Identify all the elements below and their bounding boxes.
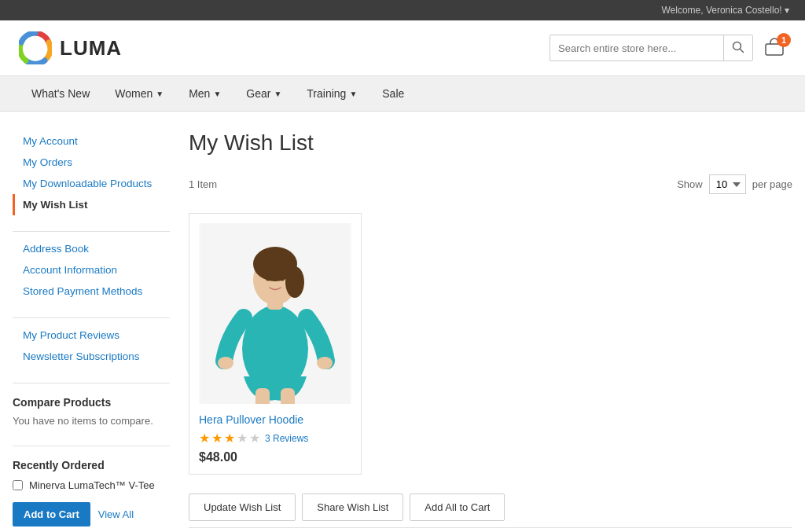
share-wish-list-button[interactable]: Share Wish List	[302, 493, 403, 521]
star-4: ★	[237, 431, 248, 446]
search-icon	[732, 41, 744, 53]
sidebar-item-product-reviews[interactable]: My Product Reviews	[13, 325, 170, 346]
search-input[interactable]	[550, 42, 723, 54]
chevron-down-icon: ▼	[349, 90, 357, 98]
sidebar-address-section: Address Book Account Information Stored …	[13, 238, 170, 302]
nav-item-training[interactable]: Training ▼	[294, 76, 369, 111]
svg-point-9	[285, 266, 304, 298]
toolbar-top: 1 Item Show 10 20 50 per page	[189, 168, 792, 200]
svg-line-2	[741, 49, 744, 52]
cart-icon-area[interactable]: 1	[763, 36, 786, 60]
recently-ordered-actions: Add to Cart View All	[13, 502, 170, 526]
nav-item-gear[interactable]: Gear ▼	[233, 76, 294, 111]
welcome-text[interactable]: Welcome, Veronica Costello!	[661, 5, 781, 16]
stars: ★ ★ ★ ★ ★	[199, 431, 260, 446]
nav-item-sale[interactable]: Sale	[369, 76, 417, 111]
product-image-area	[199, 223, 351, 404]
header-right: 1	[550, 35, 786, 61]
svg-point-14	[266, 276, 270, 281]
per-page-label-top: per page	[752, 178, 792, 190]
sidebar-item-my-wish-list[interactable]: My Wish List	[13, 194, 170, 215]
sidebar-item-my-account[interactable]: My Account	[13, 130, 170, 152]
product-name[interactable]: Hera Pullover Hoodie	[199, 413, 351, 426]
chevron-down-icon: ▼	[213, 90, 221, 98]
per-page-area-top: Show 10 20 50 per page	[677, 174, 792, 194]
product-image	[200, 223, 350, 404]
add-to-cart-button[interactable]: Add to Cart	[13, 502, 90, 526]
star-5: ★	[249, 431, 260, 446]
show-label-top: Show	[677, 178, 703, 190]
top-bar-dropdown-arrow[interactable]: ▾	[785, 5, 789, 16]
svg-point-11	[317, 357, 333, 369]
recently-ordered-checkbox[interactable]	[13, 480, 23, 490]
logo-area[interactable]: LUMA	[19, 31, 122, 64]
top-bar: Welcome, Veronica Costello! ▾	[0, 0, 805, 20]
recently-ordered-item: Minerva LumaTech™ V-Tee	[13, 475, 170, 496]
product-grid: Hera Pullover Hoodie ★ ★ ★ ★ ★ 3 Reviews…	[189, 213, 792, 475]
items-count-top: 1 Item	[189, 178, 217, 190]
toolbar-bottom: 1 Item Show 10 20 50 per page	[189, 527, 792, 532]
compare-products-title: Compare Products	[13, 390, 170, 412]
header: LUMA 1	[0, 20, 805, 76]
sidebar-item-stored-payment[interactable]: Stored Payment Methods	[13, 281, 170, 302]
star-1: ★	[199, 431, 210, 446]
nav-item-men[interactable]: Men ▼	[176, 76, 233, 111]
update-wish-list-button[interactable]: Update Wish List	[189, 493, 296, 521]
svg-point-15	[280, 276, 285, 281]
svg-point-10	[218, 357, 233, 369]
sidebar-item-my-orders[interactable]: My Orders	[13, 152, 170, 173]
search-button[interactable]	[723, 35, 752, 61]
sidebar-account-section: My Account My Orders My Downloadable Pro…	[13, 130, 170, 215]
sidebar-compare-section: Compare Products You have no items to co…	[13, 390, 170, 430]
star-3: ★	[224, 431, 235, 446]
sidebar-divider-4	[13, 446, 170, 446]
recently-ordered-title: Recently Ordered	[13, 453, 170, 475]
chevron-down-icon: ▼	[274, 90, 281, 98]
view-all-link[interactable]: View All	[98, 508, 134, 520]
content-area: My Wish List 1 Item Show 10 20 50 per pa…	[189, 130, 792, 532]
logo-text[interactable]: LUMA	[60, 36, 122, 61]
product-price: $48.00	[199, 450, 351, 464]
wish-list-actions: Update Wish List Share Wish List Add All…	[189, 493, 792, 521]
per-page-select-top[interactable]: 10 20 50	[709, 174, 746, 194]
search-box	[550, 35, 753, 61]
page-title: My Wish List	[189, 130, 792, 156]
sidebar-divider-1	[13, 231, 170, 232]
nav-item-whats-new[interactable]: What's New	[19, 76, 102, 111]
sidebar-divider-2	[13, 317, 170, 318]
sidebar-divider-3	[13, 383, 170, 383]
recently-ordered-item-label: Minerva LumaTech™ V-Tee	[29, 479, 155, 491]
cart-badge: 1	[777, 33, 791, 47]
product-rating: ★ ★ ★ ★ ★ 3 Reviews	[199, 431, 351, 446]
nav-bar: What's New Women ▼ Men ▼ Gear ▼ Training…	[0, 76, 805, 112]
product-card: Hera Pullover Hoodie ★ ★ ★ ★ ★ 3 Reviews…	[189, 213, 362, 475]
sidebar: My Account My Orders My Downloadable Pro…	[13, 130, 170, 532]
add-all-to-cart-button[interactable]: Add All to Cart	[410, 493, 505, 521]
compare-products-text: You have no items to compare.	[13, 412, 170, 430]
sidebar-item-downloadable-products[interactable]: My Downloadable Products	[13, 173, 170, 194]
nav-item-women[interactable]: Women ▼	[102, 76, 176, 111]
svg-rect-12	[255, 388, 270, 404]
review-count[interactable]: 3 Reviews	[265, 433, 308, 444]
sidebar-item-account-information[interactable]: Account Information	[13, 259, 170, 281]
luma-logo-icon	[19, 31, 52, 64]
sidebar-recently-ordered-section: Recently Ordered Minerva LumaTech™ V-Tee…	[13, 453, 170, 526]
star-2: ★	[211, 431, 222, 446]
svg-rect-13	[281, 388, 295, 404]
sidebar-review-section: My Product Reviews Newsletter Subscripti…	[13, 325, 170, 367]
sidebar-item-newsletter[interactable]: Newsletter Subscriptions	[13, 346, 170, 367]
sidebar-item-address-book[interactable]: Address Book	[13, 238, 170, 259]
main-layout: My Account My Orders My Downloadable Pro…	[0, 112, 805, 532]
chevron-down-icon: ▼	[156, 90, 164, 98]
